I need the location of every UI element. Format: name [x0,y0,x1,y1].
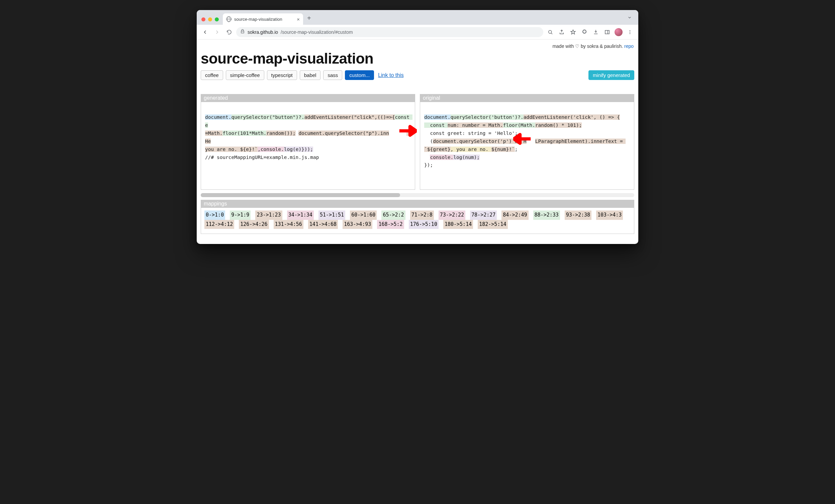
tabs-overflow-button[interactable] [627,15,635,25]
gen-seg: addEventListener("click",(()=>{ [304,115,395,120]
mappings-list: 0->1:09->1:923->1:2334->1:3451->1:5160->… [201,208,634,234]
svg-point-2 [630,30,630,31]
gen-seg: ,console. [258,146,284,152]
preset-simple-coffee[interactable]: simple-coffee [226,70,264,80]
gen-seg: ${e}!` [240,146,258,152]
browser-tab[interactable]: source-map-visualization × [223,13,303,25]
mapping-entry[interactable]: 88->2:33 [533,210,560,220]
heart-icon: ♡ [575,43,579,49]
mapping-entry[interactable]: 34->1:34 [287,210,314,220]
svg-point-3 [630,32,630,32]
mapping-entry[interactable]: 51->1:51 [319,210,345,220]
original-code[interactable]: document.querySelector('button')?.addEve… [420,102,634,189]
address-bar[interactable]: sokra.github.io/source-map-visualization… [236,27,543,37]
link-to-this[interactable]: Link to this [378,72,404,78]
preset-sass[interactable]: sass [323,70,342,80]
mapping-entry[interactable]: 65->2:2 [381,210,405,220]
preset-custom[interactable]: custom... [345,70,374,80]
orig-seg: const greet: string = 'Hello'; [424,130,517,136]
credit-line: made with ♡ by sokra & paulirish. repo [199,42,636,49]
mapping-entry[interactable]: 168->5:2 [377,220,404,229]
mapping-entry[interactable]: 180->5:14 [443,220,473,229]
mappings-panel: mappings 0->1:09->1:923->1:2334->1:3451-… [201,200,634,234]
mapping-entry[interactable]: 131->4:56 [274,220,303,229]
gen-seg: document. [299,130,325,136]
lock-icon [240,29,245,35]
orig-seg: console. [430,155,453,160]
mapping-entry[interactable]: 141->4:68 [308,220,338,229]
page-title: source-map-visualization [201,50,636,67]
downloads-icon[interactable] [591,27,601,37]
mapping-entry[interactable]: 93->2:38 [565,210,591,220]
kebab-menu-icon[interactable] [625,27,635,37]
preset-row: coffee simple-coffee typescript babel sa… [199,70,636,80]
toolbar-right [545,27,635,37]
gen-seg: floor(101*Math. [222,130,266,136]
gen-seg: document. [205,115,231,120]
arrow-left-icon [513,116,532,129]
panel-icon[interactable] [602,27,612,37]
mapping-entry[interactable]: 23->1:23 [255,210,282,220]
reload-button[interactable] [224,27,234,37]
forward-button[interactable] [212,27,222,37]
gen-seg: you are no. [205,146,240,152]
mapping-entry[interactable]: 103->4:3 [596,210,623,220]
gen-seg: querySelector("button")?. [231,115,304,120]
orig-seg: = [617,139,626,144]
horizontal-scrollbar[interactable] [201,193,634,197]
preset-typescript[interactable]: typescript [267,70,297,80]
scrollbar-thumb[interactable] [201,193,400,197]
orig-seg [424,155,430,160]
preset-coffee[interactable]: coffee [201,70,223,80]
orig-seg: log(num); [453,155,480,160]
mapping-entry[interactable]: 0->1:0 [204,210,225,220]
bookmark-icon[interactable] [568,27,578,37]
mapping-entry[interactable]: 73->2:22 [439,210,465,220]
preset-babel[interactable]: babel [300,70,321,80]
gen-seg: random()); [266,130,296,136]
mapping-entry[interactable]: 84->2:49 [502,210,528,220]
mapping-entry[interactable]: 176->5:10 [409,220,439,229]
repo-link[interactable]: repo [624,43,634,49]
orig-seg: innerText [591,139,617,144]
mapping-entry[interactable]: 9->1:9 [230,210,250,220]
code-panels: generated document.querySelector("button… [199,94,636,190]
share-icon[interactable] [557,27,567,37]
gen-sourcemap-comment: //# sourceMappingURL=example.min.js.map [205,155,319,160]
tab-title: source-map-visualization [234,17,282,22]
credit-authors: by sokra & paulirish. [579,43,624,49]
mapping-entry[interactable]: 112->4:12 [204,220,234,229]
gen-seg: =Math. [205,130,222,136]
url-path: /source-map-visualization/#custom [281,29,353,35]
minimize-window-button[interactable] [208,17,212,21]
mapping-entry[interactable]: 71->2:8 [410,210,434,220]
svg-rect-1 [605,30,609,34]
mapping-entry[interactable]: 78->2:27 [470,210,497,220]
svg-point-0 [549,30,552,33]
search-icon[interactable] [545,27,555,37]
svg-point-4 [630,33,630,34]
close-window-button[interactable] [201,17,205,21]
gen-seg: log(e)})); [284,146,313,152]
original-panel: original document.querySelector('button'… [420,94,634,190]
original-panel-title: original [420,94,634,102]
new-tab-button[interactable]: + [303,14,314,25]
extensions-icon[interactable] [579,27,589,37]
generated-panel: generated document.querySelector("button… [201,94,415,190]
gen-seg: inn [380,130,389,136]
generated-code[interactable]: document.querySelector("button")?.addEve… [201,102,415,181]
orig-seg: document. [433,139,459,144]
close-tab-icon[interactable]: × [297,17,300,22]
profile-avatar[interactable] [613,27,624,37]
mapping-entry[interactable]: 163->4:93 [343,220,372,229]
mapping-entry[interactable]: 60->1:60 [350,210,377,220]
mapping-entry[interactable]: 126->4:26 [239,220,269,229]
url-host: sokra.github.io [248,29,278,35]
orig-seg: , you are no. [451,146,491,152]
maximize-window-button[interactable] [215,17,219,21]
mapping-entry[interactable]: 182->5:14 [478,220,508,229]
mappings-panel-title: mappings [201,200,634,208]
tab-strip: source-map-visualization × + [197,10,638,25]
minify-generated-button[interactable]: minify generated [588,70,634,80]
back-button[interactable] [200,27,210,37]
